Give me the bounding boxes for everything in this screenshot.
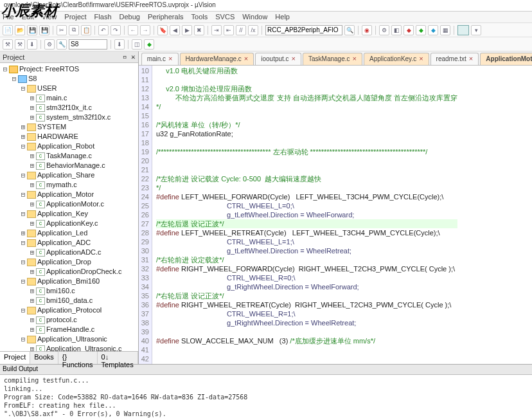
- code-content[interactable]: v1.0 电机关键应用函数 v2.0 增加边沿处理应用函数 不给边方高沿给要值两…: [152, 66, 461, 364]
- tree-group-application_protocol[interactable]: ⊟Application_Protocol: [0, 305, 138, 315]
- tree-group-system[interactable]: ⊞SYSTEM: [0, 122, 138, 132]
- tree-project-root[interactable]: ⊟Project: FreeRTOS: [0, 64, 138, 74]
- menu-view[interactable]: View: [42, 13, 57, 21]
- tree-group-application_key[interactable]: ⊟Application_Key: [0, 209, 138, 219]
- copy-icon[interactable]: ⧉: [69, 25, 79, 35]
- tree-group-application_robot[interactable]: ⊟Application_Robot: [0, 141, 138, 151]
- menu-debug[interactable]: Debug: [120, 13, 140, 21]
- file-tab[interactable]: TaskManage.c×: [303, 53, 362, 65]
- bookmark-icon[interactable]: 🔖: [157, 25, 168, 35]
- pack-icon[interactable]: ◆: [144, 39, 154, 50]
- panel-tab[interactable]: Books: [30, 352, 58, 364]
- target-mgr-icon[interactable]: 🔧: [57, 39, 67, 50]
- rebuild-icon[interactable]: ⚒: [15, 39, 25, 50]
- nav-fwd-icon[interactable]: →: [140, 25, 150, 35]
- tree-file-ApplicationADC.c[interactable]: ⊞cApplicationADC.c: [0, 248, 138, 257]
- bookmark-next-icon[interactable]: ▶: [182, 25, 192, 35]
- uncomment-icon[interactable]: /x: [248, 25, 258, 35]
- menu-peripherals[interactable]: Peripherals: [148, 13, 184, 21]
- tree-group-hardware[interactable]: ⊞HARDWARE: [0, 132, 138, 141]
- file-tabs[interactable]: main.c×HardwareManage.c×iooutput.c×TaskM…: [139, 51, 532, 66]
- find-icon[interactable]: 🔍: [344, 25, 355, 35]
- tree-file-mymath.c[interactable]: ⊞cmymath.c: [0, 180, 138, 190]
- menu-edit[interactable]: Edit: [22, 13, 34, 21]
- tree-group-application_drop[interactable]: ⊟Application_Drop: [0, 257, 138, 267]
- tree-file-bmi160.c[interactable]: ⊞cbmi160.c: [0, 286, 138, 296]
- paste-icon[interactable]: 📋: [81, 25, 91, 35]
- indent-icon[interactable]: ⇥: [211, 25, 222, 35]
- code-editor[interactable]: 1011121314151617181920212223242526272829…: [139, 66, 532, 364]
- new-file-icon[interactable]: 📄: [3, 25, 13, 35]
- tree-group-application_bmi160[interactable]: ⊟Application_Bmi160: [0, 277, 138, 286]
- file-tab[interactable]: iooutput.c×: [255, 53, 301, 65]
- menu-help[interactable]: Help: [275, 13, 290, 21]
- tree-target[interactable]: ⊟S8: [0, 74, 138, 84]
- menu-flash[interactable]: Flash: [94, 13, 112, 21]
- file-tab[interactable]: main.c×: [141, 53, 179, 65]
- project-panel-tabs[interactable]: ProjectBooks{} Functions0↓ Templates: [0, 351, 138, 364]
- load-icon[interactable]: ⬇: [114, 39, 125, 50]
- nav-back-icon[interactable]: ←: [128, 25, 138, 35]
- menu-bar[interactable]: FileEditViewProjectFlashDebugPeripherals…: [0, 12, 532, 23]
- panel-close-icon[interactable]: ▫ ✕: [123, 53, 136, 61]
- tree-file-ApplicationDropCheck.c[interactable]: ⊞cApplicationDropCheck.c: [0, 267, 138, 277]
- undo-icon[interactable]: ↶: [98, 25, 109, 35]
- file-tab[interactable]: readme.txt×: [430, 53, 479, 65]
- panel-tab[interactable]: {} Functions: [58, 352, 98, 364]
- tree-file-main.c[interactable]: ⊞cmain.c: [0, 93, 138, 103]
- tree-group-application_adc[interactable]: ⊟Application_ADC: [0, 238, 138, 248]
- redo-icon[interactable]: ↷: [111, 25, 121, 35]
- tool1-icon[interactable]: ◧: [391, 25, 402, 35]
- tool4-icon[interactable]: ◆: [428, 25, 438, 35]
- tool-toggle[interactable]: [457, 25, 469, 35]
- tool2-icon[interactable]: ◆: [403, 25, 414, 35]
- build-output-text[interactable]: compiling testfun.c... linking... Progra…: [0, 375, 532, 418]
- build-target-icon[interactable]: ⬇: [27, 39, 37, 50]
- toolbar-build: ⚒ ⚒ ⬇ ⚙ 🔧 S8 ⬇ ◫ ◆: [0, 37, 532, 51]
- comment-icon[interactable]: //: [236, 25, 246, 35]
- save-icon[interactable]: 💾: [27, 25, 37, 35]
- build-icon[interactable]: ⚒: [3, 39, 13, 50]
- menu-project[interactable]: Project: [64, 13, 86, 21]
- target-select[interactable]: S8: [69, 39, 107, 50]
- target-opt-icon[interactable]: ⚙: [44, 39, 55, 50]
- config-icon[interactable]: ⚙: [379, 25, 389, 35]
- tree-group-user[interactable]: ⊟USER: [0, 84, 138, 93]
- tool5-icon[interactable]: ▦: [440, 25, 450, 35]
- save-all-icon[interactable]: 💾: [39, 25, 49, 35]
- debug-icon[interactable]: ◉: [362, 25, 372, 35]
- file-tab[interactable]: ApplicationKey.c×: [364, 53, 429, 65]
- panel-tab[interactable]: Project: [0, 352, 30, 364]
- open-icon[interactable]: 📂: [15, 25, 25, 35]
- cut-icon[interactable]: ✂: [57, 25, 67, 35]
- file-tab[interactable]: HardwareManage.c×: [180, 53, 254, 65]
- project-tree[interactable]: ⊟Project: FreeRTOS⊟S8⊟USER⊞cmain.c⊞cstm3…: [0, 63, 138, 351]
- tree-group-application_led[interactable]: ⊞Application_Led: [0, 228, 138, 238]
- file-tab[interactable]: ApplicationMotor.c×: [480, 53, 532, 65]
- tree-file-ApplicationMotor.c[interactable]: ⊞cApplicationMotor.c: [0, 199, 138, 209]
- panel-tab[interactable]: 0↓ Templates: [98, 352, 138, 364]
- help-icon[interactable]: ▾: [471, 25, 481, 35]
- tool3-icon[interactable]: ◆: [416, 25, 426, 35]
- tree-group-application_motor[interactable]: ⊟Application_Motor: [0, 190, 138, 199]
- find-combo[interactable]: RCC_APB2Periph_AFIO: [265, 25, 342, 35]
- tree-file-BehaviorManage.c[interactable]: ⊞cBehaviorManage.c: [0, 161, 138, 170]
- tree-file-Application_Ultrasonic.c[interactable]: ⊞cApplication_Ultrasonic.c: [0, 344, 138, 351]
- bookmark-clear-icon[interactable]: ✖: [194, 25, 204, 35]
- tree-group-application_ultrasonic[interactable]: ⊟Application_Ultrasonic: [0, 334, 138, 344]
- tree-file-system_stm32f10x.c[interactable]: ⊞csystem_stm32f10x.c: [0, 113, 138, 122]
- tree-file-stm32f10x_it.c[interactable]: ⊞cstm32f10x_it.c: [0, 103, 138, 113]
- menu-tools[interactable]: Tools: [191, 13, 208, 21]
- tree-file-ApplicationKey.c[interactable]: ⊞cApplicationKey.c: [0, 219, 138, 228]
- menu-window[interactable]: Window: [242, 13, 267, 21]
- tree-file-FrameHandle.c[interactable]: ⊞cFrameHandle.c: [0, 325, 138, 334]
- outdent-icon[interactable]: ⇤: [224, 25, 234, 35]
- tree-group-application_share[interactable]: ⊟Application_Share: [0, 170, 138, 180]
- tree-file-protocol.c[interactable]: ⊞cprotocol.c: [0, 315, 138, 325]
- menu-file[interactable]: File: [3, 13, 14, 21]
- tree-file-bmi160_data.c[interactable]: ⊞cbmi160_data.c: [0, 296, 138, 305]
- menu-svcs[interactable]: SVCS: [215, 13, 235, 21]
- manage-icon[interactable]: ◫: [132, 39, 142, 50]
- bookmark-prev-icon[interactable]: ◀: [170, 25, 180, 35]
- tree-file-TaskManage.c[interactable]: ⊞cTaskManage.c: [0, 151, 138, 161]
